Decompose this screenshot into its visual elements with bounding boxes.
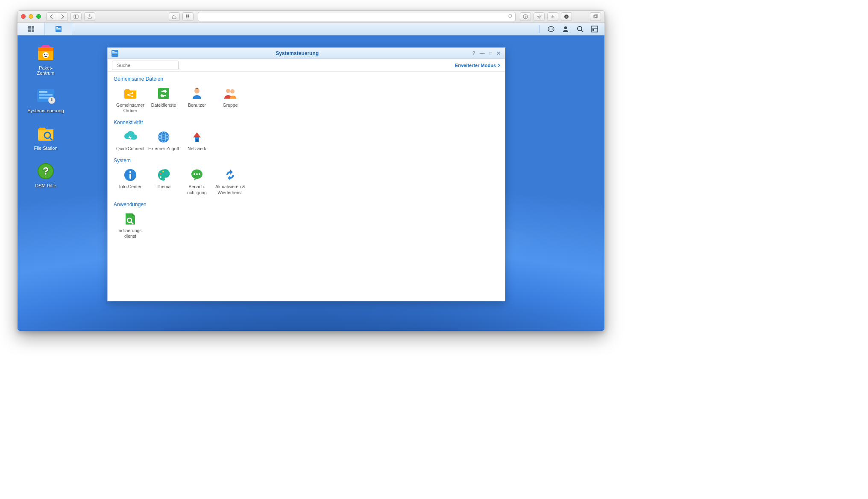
close-window-button[interactable]	[21, 14, 26, 19]
svg-rect-11	[594, 15, 597, 18]
preferences-button[interactable]	[534, 12, 545, 21]
dsm-topbar-left	[18, 23, 72, 35]
nav-back-forward	[46, 12, 68, 21]
svg-point-62	[230, 89, 235, 93]
cp-minimize-button[interactable]: —	[480, 50, 485, 56]
dsm-area: Paket- Zentrum Systemsteuerung File Stat…	[18, 23, 604, 331]
tabs-button[interactable]	[590, 12, 601, 21]
svg-point-26	[578, 26, 582, 31]
svg-point-25	[564, 26, 567, 29]
cp-maximize-button[interactable]: □	[489, 50, 492, 56]
cp-item-external-access[interactable]: Externer Zugriff	[147, 128, 180, 155]
cp-search-input[interactable]	[117, 63, 176, 68]
cp-item-label: Indizierungs- dienst	[114, 228, 147, 239]
share-button[interactable]	[84, 12, 95, 21]
cp-item-label: Benach- richtigung	[180, 184, 214, 195]
cp-item-file-services[interactable]: Dateidienste	[147, 85, 180, 117]
privacy-report-button[interactable]: i	[520, 12, 531, 21]
extension-button[interactable]: !	[561, 12, 572, 21]
svg-text:?: ?	[43, 165, 49, 177]
dsm-desktop[interactable]: Paket- Zentrum Systemsteuerung File Stat…	[18, 35, 604, 331]
theme-icon	[156, 168, 171, 182]
file-services-icon	[156, 86, 171, 101]
svg-rect-37	[39, 91, 47, 93]
svg-rect-59	[158, 88, 169, 99]
shortcut-dsm-help[interactable]: ? DSM Hilfe	[26, 161, 65, 188]
shortcut-label: Paket- Zentrum	[26, 65, 65, 76]
notification-icon	[190, 168, 204, 182]
group-icon	[223, 86, 238, 101]
cp-item-indexing[interactable]: Indizierungs- dienst	[114, 210, 147, 242]
cp-item-info-center[interactable]: Info-Center	[114, 166, 147, 198]
svg-rect-30	[592, 29, 594, 31]
notifications-icon[interactable]	[547, 25, 555, 33]
quickconnect-icon	[123, 130, 138, 144]
dsm-control-panel-tab[interactable]	[45, 23, 72, 35]
cp-search-box[interactable]	[112, 61, 179, 70]
svg-point-78	[196, 173, 198, 175]
search-icon[interactable]	[576, 25, 584, 33]
svg-point-77	[194, 173, 195, 175]
sidebar-toggle-button[interactable]	[70, 12, 82, 21]
cp-item-label: Dateidienste	[147, 102, 180, 108]
svg-rect-14	[32, 26, 34, 29]
shortcut-package-center[interactable]: Paket- Zentrum	[26, 43, 65, 76]
shortcut-label: Systemsteuerung	[26, 108, 65, 113]
svg-point-70	[129, 171, 131, 173]
cp-item-notification[interactable]: Benach- richtigung	[180, 166, 214, 198]
svg-text:!: !	[566, 15, 567, 18]
cp-item-group[interactable]: Gruppe	[214, 85, 247, 117]
svg-rect-4	[186, 16, 187, 18]
downloads-button[interactable]	[547, 12, 558, 21]
chevron-right-icon	[497, 64, 501, 67]
cp-section-shared-files: Gemeinsamer Ordner Dateidienste Benutzer	[114, 85, 499, 117]
toolbar-right: i !	[520, 12, 601, 21]
cp-item-label: Gemeinsamer Ordner	[114, 102, 147, 114]
widgets-icon[interactable]	[591, 25, 598, 33]
url-bar[interactable]	[198, 12, 516, 21]
indexing-icon	[123, 212, 138, 226]
update-restore-icon	[223, 168, 238, 182]
cp-item-user[interactable]: Benutzer	[180, 85, 214, 117]
dsm-topbar	[18, 23, 604, 35]
cp-section-title: Konnektivität	[114, 120, 499, 125]
svg-rect-15	[28, 29, 31, 32]
cp-section-applications: Indizierungs- dienst	[114, 210, 499, 242]
svg-rect-16	[32, 29, 34, 32]
shortcut-control-panel[interactable]: Systemsteuerung	[26, 86, 65, 113]
cp-item-network[interactable]: Netzwerk	[180, 128, 214, 155]
svg-point-79	[199, 173, 200, 175]
file-station-icon	[35, 123, 56, 144]
svg-point-72	[160, 173, 161, 175]
zoom-window-button[interactable]	[36, 14, 41, 19]
top-sites-button[interactable]	[182, 12, 194, 21]
cp-advanced-mode-link[interactable]: Erweiterter Modus	[455, 63, 501, 68]
cp-close-button[interactable]: ✕	[496, 50, 501, 56]
back-button[interactable]	[46, 12, 57, 21]
home-button[interactable]	[169, 12, 180, 21]
cp-titlebar[interactable]: Systemsteuerung ? — □ ✕	[108, 48, 505, 59]
info-center-icon	[123, 168, 138, 182]
user-icon[interactable]	[562, 25, 569, 33]
svg-point-8	[538, 16, 540, 18]
dsm-main-menu-tab[interactable]	[18, 23, 45, 35]
svg-rect-12	[595, 15, 598, 17]
svg-point-61	[226, 89, 230, 93]
cp-item-label: Benutzer	[180, 102, 214, 108]
cp-help-button[interactable]: ?	[472, 50, 475, 56]
control-panel-icon	[35, 86, 56, 106]
svg-rect-13	[28, 26, 31, 29]
shortcut-label: File Station	[26, 146, 65, 151]
minimize-window-button[interactable]	[29, 14, 33, 19]
cp-item-quickconnect[interactable]: QuickConnect	[114, 128, 147, 155]
svg-rect-0	[74, 15, 78, 18]
cp-item-shared-folder[interactable]: Gemeinsamer Ordner	[114, 85, 147, 117]
forward-button[interactable]	[57, 12, 68, 21]
cp-item-update-restore[interactable]: Aktualisieren & Wiederherst.	[214, 166, 247, 198]
cp-section-system: Info-Center Thema Benach- richtigung	[114, 166, 499, 198]
shortcut-file-station[interactable]: File Station	[26, 123, 65, 151]
network-icon	[190, 130, 204, 144]
reload-icon[interactable]	[508, 14, 513, 19]
cp-section-title: System	[114, 158, 499, 163]
cp-item-theme[interactable]: Thema	[147, 166, 180, 198]
